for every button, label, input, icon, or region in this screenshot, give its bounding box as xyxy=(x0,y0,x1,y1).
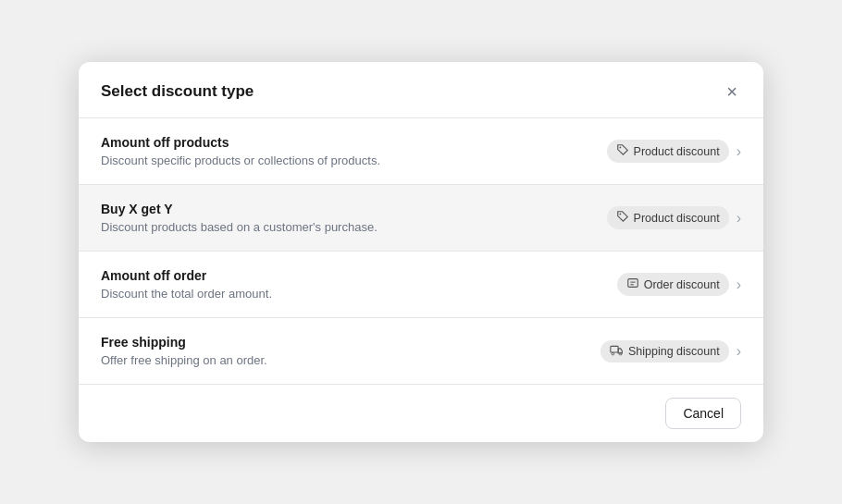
modal-footer: Cancel xyxy=(79,385,763,442)
badge-icon-buy-x-get-y xyxy=(616,210,629,226)
chevron-icon-amount-off-order: › xyxy=(737,277,741,293)
discount-item-left-amount-off-products: Amount off products Discount specific pr… xyxy=(101,135,607,167)
discount-badge-buy-x-get-y: Product discount xyxy=(607,206,729,229)
discount-item-amount-off-products[interactable]: Amount off products Discount specific pr… xyxy=(79,118,763,185)
badge-label-buy-x-get-y: Product discount xyxy=(634,212,720,225)
discount-item-buy-x-get-y[interactable]: Buy X get Y Discount products based on a… xyxy=(79,185,763,252)
discount-item-desc-free-shipping: Offer free shipping on an order. xyxy=(101,353,601,367)
badge-label-amount-off-products: Product discount xyxy=(634,145,720,158)
discount-item-left-free-shipping: Free shipping Offer free shipping on an … xyxy=(101,335,601,367)
svg-point-0 xyxy=(619,147,621,149)
discount-list: Amount off products Discount specific pr… xyxy=(79,118,763,385)
svg-point-1 xyxy=(619,214,621,215)
close-button[interactable]: × xyxy=(723,80,741,103)
discount-item-desc-amount-off-order: Discount the total order amount. xyxy=(101,287,617,301)
badge-icon-amount-off-products xyxy=(616,143,629,159)
badge-icon-amount-off-order xyxy=(626,277,639,292)
chevron-icon-free-shipping: › xyxy=(737,343,741,360)
discount-badge-amount-off-products: Product discount xyxy=(607,140,729,163)
svg-point-7 xyxy=(619,352,622,355)
cancel-button[interactable]: Cancel xyxy=(665,398,741,429)
modal-title: Select discount type xyxy=(101,82,254,101)
discount-item-right-amount-off-order: Order discount › xyxy=(617,273,741,296)
discount-item-right-buy-x-get-y: Product discount › xyxy=(607,206,741,229)
discount-item-left-buy-x-get-y: Buy X get Y Discount products based on a… xyxy=(101,202,607,234)
discount-badge-free-shipping: Shipping discount xyxy=(601,340,729,363)
discount-item-free-shipping[interactable]: Free shipping Offer free shipping on an … xyxy=(79,318,763,385)
svg-point-6 xyxy=(612,352,614,355)
svg-rect-5 xyxy=(611,346,618,352)
discount-item-name-buy-x-get-y: Buy X get Y xyxy=(101,202,607,216)
discount-item-name-free-shipping: Free shipping xyxy=(101,335,601,350)
discount-item-desc-amount-off-products: Discount specific products or collection… xyxy=(101,154,607,167)
discount-item-amount-off-order[interactable]: Amount off order Discount the total orde… xyxy=(79,252,763,318)
discount-item-name-amount-off-products: Amount off products xyxy=(101,135,607,150)
chevron-icon-amount-off-products: › xyxy=(737,143,741,160)
select-discount-modal: Select discount type × Amount off produc… xyxy=(79,62,763,442)
badge-label-amount-off-order: Order discount xyxy=(644,278,720,291)
discount-item-desc-buy-x-get-y: Discount products based on a customer's … xyxy=(101,220,607,234)
modal-header: Select discount type × xyxy=(79,62,763,118)
badge-label-free-shipping: Shipping discount xyxy=(628,345,720,358)
svg-rect-2 xyxy=(627,279,638,288)
discount-item-left-amount-off-order: Amount off order Discount the total orde… xyxy=(101,268,617,301)
discount-item-right-amount-off-products: Product discount › xyxy=(607,140,741,163)
badge-icon-free-shipping xyxy=(610,344,624,359)
discount-badge-amount-off-order: Order discount xyxy=(617,273,729,296)
chevron-icon-buy-x-get-y: › xyxy=(737,210,741,227)
discount-item-name-amount-off-order: Amount off order xyxy=(101,268,617,283)
discount-item-right-free-shipping: Shipping discount › xyxy=(601,340,741,363)
